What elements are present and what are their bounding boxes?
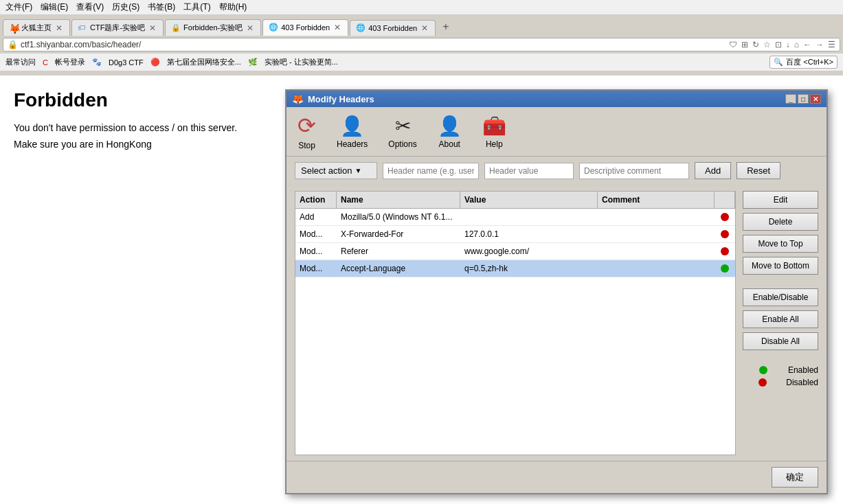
tab-bar: 🦊 火狐主页 ✕ 🏷 CTF题库-实验吧 ✕ 🔒 Forbidden-实验吧 ✕… [0,15,843,36]
table-row[interactable]: Mod... Referer www.google.com/ [295,243,735,260]
tab-favicon-5: 🌐 [356,23,366,33]
status-dot-green [721,264,729,273]
tab-403-2[interactable]: 🌐 403 Forbidden ✕ [350,20,436,36]
delete-button[interactable]: Delete [743,213,818,231]
search-icon: 🔍 [774,58,783,67]
nav-icons: 🛡 ⊞ ↻ ☆ ⊡ ↓ ⌂ ← → ☰ [729,40,835,49]
side-buttons: Edit Delete Move to Top Move to Bottom E… [743,191,818,455]
reset-button[interactable]: Reset [737,162,780,179]
toolbar-about[interactable]: 👤 About [438,115,462,149]
col-status [715,192,735,208]
tab-close-5[interactable]: ✕ [420,23,429,33]
menu-file[interactable]: 文件(F) [5,1,32,13]
comment-input[interactable] [579,163,689,179]
star-icon[interactable]: ☆ [763,40,771,49]
toolbar-headers[interactable]: 👤 Headers [337,115,368,149]
new-tab-button[interactable]: + [437,18,454,36]
bookmark-ctf[interactable]: 🐾 [92,58,102,67]
tab-forbidden1[interactable]: 🔒 Forbidden-实验吧 ✕ [165,19,261,36]
legend: Enabled Disabled [743,365,818,387]
tab-title-3: Forbidden-实验吧 [183,23,243,33]
enable-all-button[interactable]: Enable All [743,310,818,328]
house-icon[interactable]: ⌂ [794,40,799,49]
menu-tools[interactable]: 工具(T) [183,1,210,13]
edit-button[interactable]: Edit [743,191,818,209]
dropdown-arrow-icon: ▼ [355,167,361,174]
status-dot-red-3 [721,247,729,255]
bookmark-account-label[interactable]: 帐号登录 [55,57,85,67]
lock-icon: 🔒 [8,40,18,49]
download-icon[interactable]: ↓ [786,40,790,49]
add-button[interactable]: Add [695,162,731,179]
status-dot-red-2 [721,230,729,238]
tab-close-3[interactable]: ✕ [245,23,255,33]
bookmark-shiyan-label[interactable]: 实验吧 - 让实验更简... [265,57,338,67]
header-name-input[interactable] [383,163,479,179]
table-section: Action Name Value Comment Add Mozilla/5.… [286,185,827,461]
url-display[interactable]: ctf1.shiyanbar.com/basic/header/ [21,40,726,49]
table-header-row: Action Name Value Comment [295,192,735,209]
col-value: Value [460,192,598,208]
tab-ctf[interactable]: 🏷 CTF题库-实验吧 ✕ [71,19,164,36]
back-icon[interactable]: ← [803,40,811,49]
action-row: Select action ▼ Add Reset [286,157,827,185]
menu-icon[interactable]: ☰ [828,40,835,49]
move-to-bottom-button[interactable]: Move to Bottom [743,257,818,275]
menu-view[interactable]: 查看(V) [76,1,104,13]
table-row[interactable]: Add Mozilla/5.0 (Windows NT 6.1... [295,209,735,226]
header-value-input[interactable] [484,163,574,179]
row4-action: Mod... [295,260,337,277]
row3-value: www.google.com/ [460,243,598,260]
menu-history[interactable]: 历史(S) [112,1,139,13]
tab-firefoxhome[interactable]: 🦊 火狐主页 ✕ [3,19,70,36]
legend-disabled: Disabled [743,378,818,387]
modify-headers-dialog: 🦊 Modify Headers _ □ ✕ ⟳ Stop 👤 Headers … [285,89,828,494]
search-box[interactable]: 🔍 百度 <Ctrl+K> [769,56,838,69]
bookmarks-bar: 最常访问 C 帐号登录 🐾 D0g3 CTF 🔴 第七届全国网络安全... 🌿 … [0,54,843,71]
bookmark-account[interactable]: C [43,58,48,67]
row4-name: Accept-Language [337,260,460,277]
menu-bookmarks[interactable]: 书签(B) [148,1,175,13]
row3-name: Referer [337,243,460,260]
row1-name: Mozilla/5.0 (Windows NT 6.1... [337,209,460,225]
reader-icon: ⊞ [741,40,748,49]
maximize-button[interactable]: □ [798,94,809,104]
toolbar-help[interactable]: 🧰 Help [482,115,506,149]
toolbar-options[interactable]: ✂ Options [388,115,416,149]
select-action-dropdown[interactable]: Select action ▼ [295,162,377,179]
bookmark-shiyan[interactable]: 🌿 [248,58,258,67]
row2-comment [598,226,715,242]
bookmark-national[interactable]: 🔴 [150,58,160,67]
menu-help[interactable]: 帮助(H) [219,1,247,13]
bookmark-ctf-label[interactable]: D0g3 CTF [109,58,144,67]
minimize-button[interactable]: _ [785,94,796,104]
menu-edit[interactable]: 编辑(E) [41,1,68,13]
dialog-title-bar: 🦊 Modify Headers _ □ ✕ [286,91,827,107]
tab-close-2[interactable]: ✕ [148,23,157,33]
row4-value: q=0.5,zh-hk [460,260,598,277]
table-row[interactable]: Mod... X-Forwarded-For 127.0.0.1 [295,226,735,243]
tab-title-5: 403 Forbidden [368,24,417,32]
row1-value [460,209,598,225]
legend-enabled: Enabled [743,365,818,375]
confirm-button[interactable]: 确定 [772,467,818,488]
forward-icon[interactable]: → [816,40,824,49]
bookmark-national-label[interactable]: 第七届全国网络安全... [167,57,241,67]
move-to-top-button[interactable]: Move to Top [743,235,818,253]
tab-403-1[interactable]: 🌐 403 Forbidden ✕ [262,19,348,36]
disable-all-button[interactable]: Disable All [743,332,818,350]
bookmark-mostvisited[interactable]: 最常访问 [5,57,36,67]
status-dot-red-1 [721,213,729,221]
tab-close-1[interactable]: ✕ [54,23,64,33]
toolbar-stop[interactable]: ⟳ Stop [297,113,316,150]
tab-close-4[interactable]: ✕ [333,23,342,32]
home-icon[interactable]: ⊡ [775,40,782,49]
close-button[interactable]: ✕ [810,94,821,104]
row2-name: X-Forwarded-For [337,226,460,242]
refresh-icon[interactable]: ↻ [752,40,759,49]
tab-title-4: 403 Forbidden [281,23,330,32]
col-name: Name [337,192,460,208]
table-row[interactable]: Mod... Accept-Language q=0.5,zh-hk [295,260,735,277]
enable-disable-button[interactable]: Enable/Disable [743,288,818,306]
tab-title-2: CTF题库-实验吧 [90,23,145,33]
